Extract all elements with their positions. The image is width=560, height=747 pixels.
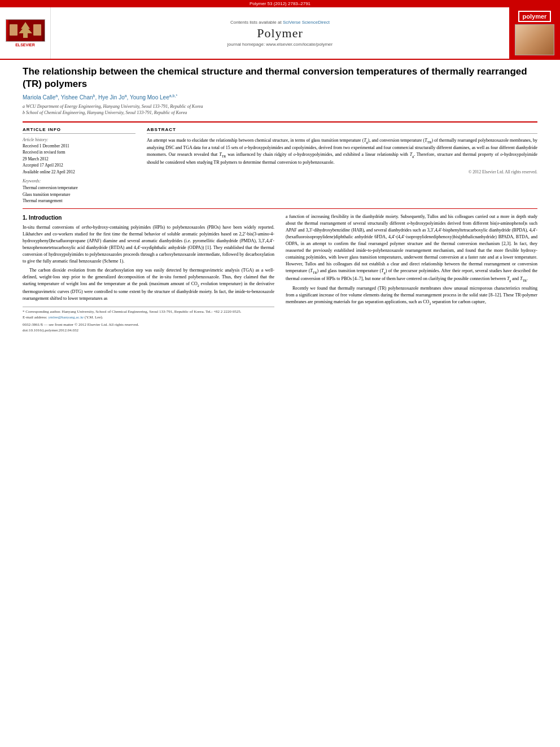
authors-line: Mariola Callea, Yishee Chanb, Hye Jin Jo… — [23, 94, 537, 101]
footnote-email-name: (Y.M. Lee). — [85, 315, 103, 320]
journal-title: Polymer — [257, 26, 303, 41]
journal-header: ELSEVIER Contents lists available at Sci… — [0, 7, 560, 60]
polymer-cover-image — [515, 24, 554, 55]
article-info-col: Article Info Article history: Received 1… — [23, 127, 135, 204]
info-abstract-cols: Article Info Article history: Received 1… — [23, 121, 537, 204]
affiliations: a WCU Department of Energy Engineering, … — [23, 103, 537, 116]
history-revised-label: Received in revised form — [23, 150, 135, 156]
footer-doi: doi:10.1016/j.polymer.2012.04.032 — [23, 328, 274, 334]
article-title: The relationship between the chemical st… — [23, 65, 537, 90]
keyword-1: Thermal conversion temperature — [23, 185, 135, 191]
elsevier-label: ELSEVIER — [15, 43, 35, 47]
elsevier-logo-image — [6, 19, 45, 42]
copyright-notice: © 2012 Elsevier Ltd. All rights reserved… — [147, 169, 537, 174]
body-divider — [23, 208, 537, 209]
author-youngmoo: Young Moo Lee — [130, 95, 169, 101]
abstract-body: An attempt was made to elucidate the rel… — [147, 137, 537, 166]
polymer-badge-area: polymer — [509, 7, 560, 59]
keyword-2: Glass transition temperature — [23, 191, 135, 198]
journal-citation-bar: Polymer 53 (2012) 2783–2791 — [0, 0, 560, 7]
elsevier-svg-logo — [8, 20, 42, 41]
author-hyejin: Hye Jin Jo — [98, 95, 125, 101]
keywords-label: Keywords: — [23, 178, 135, 184]
history-online: Available online 22 April 2012 — [23, 169, 135, 176]
article-content: The relationship between the chemical st… — [0, 60, 560, 339]
affiliation-b: b School of Chemical Engineering, Hanyan… — [23, 110, 537, 116]
svg-rect-4 — [10, 24, 18, 36]
contents-text: Contents lists available at — [230, 20, 283, 25]
journal-citation: Polymer 53 (2012) 2783–2791 — [250, 1, 310, 6]
journal-homepage: journal homepage: www.elsevier.com/locat… — [228, 42, 333, 47]
keyword-3: Thermal rearrangement — [23, 198, 135, 204]
footnote-corresponding: * Corresponding author. Hanyang Universi… — [23, 309, 274, 315]
svg-rect-5 — [33, 24, 41, 36]
author-mariola: Mariola Calle — [23, 95, 55, 101]
history-revised-date: 29 March 2012 — [23, 156, 135, 163]
history-accepted: Accepted 17 April 2012 — [23, 163, 135, 169]
intro-para-2: The carbon dioxide evolution from the de… — [23, 267, 274, 302]
journal-info-center: Contents lists available at SciVerse Sci… — [51, 7, 509, 59]
page-wrapper: Polymer 53 (2012) 2783–2791 — [0, 0, 560, 339]
right-para-2: Recently we found that thermally rearran… — [286, 285, 537, 307]
abstract-label: Abstract — [147, 127, 537, 134]
abstract-col: Abstract An attempt was made to elucidat… — [147, 127, 537, 204]
author-yishee: Yishee Chan — [61, 95, 93, 101]
article-info-label: Article Info — [23, 127, 135, 134]
svg-rect-3 — [23, 33, 28, 38]
sciverse-link[interactable]: SciVerse ScienceDirect — [283, 20, 330, 25]
article-history-label: Article history: — [23, 137, 135, 142]
main-body: 1. Introduction In-situ thermal conversi… — [23, 213, 537, 334]
footer-issn: 0032-3861/$ — see front matter © 2012 El… — [23, 322, 274, 328]
section-1-heading: 1. Introduction — [23, 213, 274, 222]
right-para-1: a function of increasing flexibility in … — [286, 213, 537, 283]
footnote-email-link[interactable]: ymlee@hanyang.ac.kr — [49, 315, 84, 320]
footnote-area: * Corresponding author. Hanyang Universi… — [23, 307, 274, 334]
footnote-email-label: E-mail address: — [23, 315, 47, 320]
elsevier-logo: ELSEVIER — [6, 19, 45, 47]
sciverse-line: Contents lists available at SciVerse Sci… — [230, 20, 330, 25]
body-col-left: 1. Introduction In-situ thermal conversi… — [23, 213, 274, 334]
polymer-badge: polymer — [518, 11, 552, 22]
history-received: Received 1 December 2011 — [23, 143, 135, 150]
body-col-right: a function of increasing flexibility in … — [286, 213, 537, 334]
elsevier-logo-area: ELSEVIER — [0, 7, 51, 59]
affiliation-a: a WCU Department of Energy Engineering, … — [23, 103, 537, 110]
intro-para-1: In-situ thermal conversions of ortho-hyd… — [23, 224, 274, 265]
footnote-email: E-mail address: ymlee@hanyang.ac.kr (Y.M… — [23, 315, 274, 321]
